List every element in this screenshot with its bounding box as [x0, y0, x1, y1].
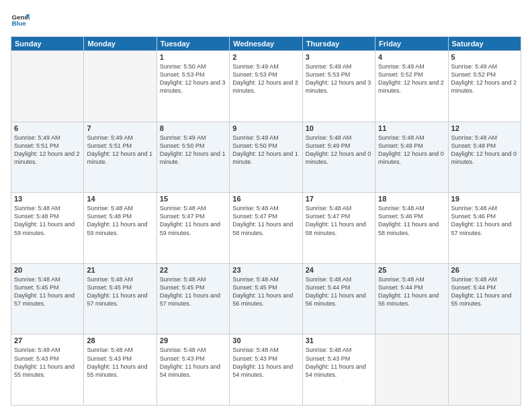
day-number: 23: [232, 266, 299, 274]
day-number: 21: [87, 266, 153, 274]
weekday-header: Tuesday: [157, 37, 229, 51]
calendar-day-cell: 27Sunrise: 5:48 AMSunset: 5:43 PMDayligh…: [11, 334, 84, 406]
calendar-day-cell: 2Sunrise: 5:49 AMSunset: 5:53 PMDaylight…: [230, 51, 302, 122]
page: General Blue SundayMondayTuesdayWednesda…: [0, 0, 532, 411]
logo-icon: General Blue: [11, 11, 30, 30]
day-number: 20: [14, 266, 81, 274]
day-number: 7: [87, 124, 153, 132]
day-number: 29: [160, 336, 226, 345]
calendar-day-cell: 1Sunrise: 5:50 AMSunset: 5:53 PMDaylight…: [157, 51, 229, 122]
calendar-week-row: 1Sunrise: 5:50 AMSunset: 5:53 PMDaylight…: [11, 51, 521, 122]
day-info: Sunrise: 5:48 AMSunset: 5:45 PMDaylight:…: [14, 275, 81, 308]
day-info: Sunrise: 5:49 AMSunset: 5:53 PMDaylight:…: [306, 62, 372, 95]
weekday-header: Thursday: [302, 37, 375, 51]
day-number: 18: [378, 195, 445, 203]
day-info: Sunrise: 5:48 AMSunset: 5:45 PMDaylight:…: [87, 275, 153, 308]
calendar-day-cell: 31Sunrise: 5:48 AMSunset: 5:43 PMDayligh…: [302, 334, 375, 406]
calendar-day-cell: 28Sunrise: 5:48 AMSunset: 5:43 PMDayligh…: [84, 334, 157, 406]
weekday-header: Wednesday: [230, 37, 302, 51]
day-info: Sunrise: 5:48 AMSunset: 5:45 PMDaylight:…: [232, 275, 299, 308]
day-info: Sunrise: 5:48 AMSunset: 5:48 PMDaylight:…: [14, 204, 81, 237]
day-info: Sunrise: 5:48 AMSunset: 5:43 PMDaylight:…: [87, 346, 153, 379]
header: General Blue: [11, 11, 521, 30]
calendar-header-row: SundayMondayTuesdayWednesdayThursdayFrid…: [11, 37, 521, 51]
day-number: 9: [232, 124, 299, 132]
calendar-day-cell: 17Sunrise: 5:48 AMSunset: 5:47 PMDayligh…: [302, 193, 375, 264]
day-number: 31: [306, 336, 372, 345]
day-number: 22: [160, 266, 226, 274]
day-number: 13: [14, 195, 81, 203]
day-info: Sunrise: 5:48 AMSunset: 5:47 PMDaylight:…: [306, 204, 372, 237]
day-info: Sunrise: 5:48 AMSunset: 5:48 PMDaylight:…: [87, 204, 153, 237]
day-info: Sunrise: 5:49 AMSunset: 5:51 PMDaylight:…: [14, 134, 81, 167]
day-number: 3: [306, 53, 372, 61]
day-info: Sunrise: 5:48 AMSunset: 5:44 PMDaylight:…: [451, 275, 518, 308]
day-info: Sunrise: 5:48 AMSunset: 5:49 PMDaylight:…: [306, 134, 372, 167]
day-number: 16: [232, 195, 299, 203]
calendar-day-cell: 18Sunrise: 5:48 AMSunset: 5:46 PMDayligh…: [375, 193, 448, 264]
day-number: 12: [451, 124, 518, 132]
day-number: 24: [306, 266, 372, 274]
calendar-day-cell: 30Sunrise: 5:48 AMSunset: 5:43 PMDayligh…: [230, 334, 302, 406]
calendar-body: 1Sunrise: 5:50 AMSunset: 5:53 PMDaylight…: [11, 51, 521, 406]
day-info: Sunrise: 5:50 AMSunset: 5:53 PMDaylight:…: [160, 62, 226, 95]
day-info: Sunrise: 5:49 AMSunset: 5:52 PMDaylight:…: [451, 62, 518, 95]
day-info: Sunrise: 5:49 AMSunset: 5:50 PMDaylight:…: [160, 134, 226, 167]
calendar-week-row: 6Sunrise: 5:49 AMSunset: 5:51 PMDaylight…: [11, 122, 521, 193]
calendar-week-row: 20Sunrise: 5:48 AMSunset: 5:45 PMDayligh…: [11, 263, 521, 334]
day-number: 15: [160, 195, 226, 203]
svg-text:Blue: Blue: [11, 19, 26, 27]
calendar-week-row: 13Sunrise: 5:48 AMSunset: 5:48 PMDayligh…: [11, 193, 521, 264]
day-number: 25: [378, 266, 445, 274]
calendar-day-cell: [448, 334, 521, 406]
calendar-day-cell: [11, 51, 84, 122]
day-info: Sunrise: 5:48 AMSunset: 5:48 PMDaylight:…: [451, 134, 518, 167]
calendar-day-cell: 3Sunrise: 5:49 AMSunset: 5:53 PMDaylight…: [302, 51, 375, 122]
calendar-day-cell: 10Sunrise: 5:48 AMSunset: 5:49 PMDayligh…: [302, 122, 375, 193]
calendar-day-cell: 19Sunrise: 5:48 AMSunset: 5:46 PMDayligh…: [448, 193, 521, 264]
day-number: 11: [378, 124, 445, 132]
day-number: 1: [160, 53, 226, 61]
day-info: Sunrise: 5:48 AMSunset: 5:43 PMDaylight:…: [160, 346, 226, 379]
day-info: Sunrise: 5:48 AMSunset: 5:44 PMDaylight:…: [378, 275, 445, 308]
calendar-day-cell: 21Sunrise: 5:48 AMSunset: 5:45 PMDayligh…: [84, 263, 157, 334]
day-info: Sunrise: 5:48 AMSunset: 5:46 PMDaylight:…: [378, 204, 445, 237]
calendar-day-cell: 4Sunrise: 5:49 AMSunset: 5:52 PMDaylight…: [375, 51, 448, 122]
calendar-day-cell: 9Sunrise: 5:49 AMSunset: 5:50 PMDaylight…: [230, 122, 302, 193]
calendar-day-cell: 24Sunrise: 5:48 AMSunset: 5:44 PMDayligh…: [302, 263, 375, 334]
calendar-day-cell: 23Sunrise: 5:48 AMSunset: 5:45 PMDayligh…: [230, 263, 302, 334]
calendar-week-row: 27Sunrise: 5:48 AMSunset: 5:43 PMDayligh…: [11, 334, 521, 406]
calendar-day-cell: 13Sunrise: 5:48 AMSunset: 5:48 PMDayligh…: [11, 193, 84, 264]
day-number: 30: [232, 336, 299, 345]
calendar-day-cell: 16Sunrise: 5:48 AMSunset: 5:47 PMDayligh…: [230, 193, 302, 264]
calendar-day-cell: [375, 334, 448, 406]
day-info: Sunrise: 5:48 AMSunset: 5:46 PMDaylight:…: [451, 204, 518, 237]
day-info: Sunrise: 5:48 AMSunset: 5:43 PMDaylight:…: [306, 346, 372, 379]
day-number: 27: [14, 336, 81, 345]
day-number: 10: [306, 124, 372, 132]
day-number: 5: [451, 53, 518, 61]
calendar-day-cell: 6Sunrise: 5:49 AMSunset: 5:51 PMDaylight…: [11, 122, 84, 193]
calendar-day-cell: 20Sunrise: 5:48 AMSunset: 5:45 PMDayligh…: [11, 263, 84, 334]
calendar-day-cell: 25Sunrise: 5:48 AMSunset: 5:44 PMDayligh…: [375, 263, 448, 334]
calendar-day-cell: 22Sunrise: 5:48 AMSunset: 5:45 PMDayligh…: [157, 263, 229, 334]
calendar-day-cell: 11Sunrise: 5:48 AMSunset: 5:49 PMDayligh…: [375, 122, 448, 193]
calendar-day-cell: 7Sunrise: 5:49 AMSunset: 5:51 PMDaylight…: [84, 122, 157, 193]
day-number: 14: [87, 195, 153, 203]
day-info: Sunrise: 5:48 AMSunset: 5:45 PMDaylight:…: [160, 275, 226, 308]
calendar-table: SundayMondayTuesdayWednesdayThursdayFrid…: [11, 36, 521, 406]
weekday-header: Saturday: [448, 37, 521, 51]
weekday-header: Sunday: [11, 37, 84, 51]
day-info: Sunrise: 5:48 AMSunset: 5:47 PMDaylight:…: [160, 204, 226, 237]
day-info: Sunrise: 5:48 AMSunset: 5:44 PMDaylight:…: [306, 275, 372, 308]
day-number: 8: [160, 124, 226, 132]
day-number: 6: [14, 124, 81, 132]
weekday-header: Friday: [375, 37, 448, 51]
calendar-day-cell: 26Sunrise: 5:48 AMSunset: 5:44 PMDayligh…: [448, 263, 521, 334]
day-info: Sunrise: 5:48 AMSunset: 5:43 PMDaylight:…: [14, 346, 81, 379]
day-number: 4: [378, 53, 445, 61]
calendar-day-cell: 5Sunrise: 5:49 AMSunset: 5:52 PMDaylight…: [448, 51, 521, 122]
calendar-day-cell: 15Sunrise: 5:48 AMSunset: 5:47 PMDayligh…: [157, 193, 229, 264]
calendar-day-cell: 29Sunrise: 5:48 AMSunset: 5:43 PMDayligh…: [157, 334, 229, 406]
day-number: 28: [87, 336, 153, 345]
